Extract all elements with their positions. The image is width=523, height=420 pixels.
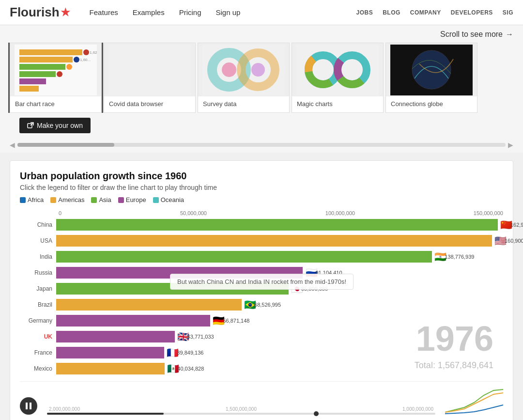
timeline-handle[interactable] bbox=[314, 411, 319, 416]
bar-value: 91,104,410 bbox=[315, 270, 342, 276]
timeline-track[interactable] bbox=[47, 413, 435, 415]
nav-sig[interactable]: SIG bbox=[503, 9, 513, 16]
carousel-wrapper: 1,62... 1,60... Bar chart race Covid dat… bbox=[0, 43, 523, 113]
bar-container: 🇺🇸160,900,683 bbox=[56, 235, 503, 247]
carousel-item-connections-globe[interactable]: Connections globe bbox=[385, 43, 477, 113]
legend-label: Oceania bbox=[161, 196, 184, 203]
timeline-label-1: 1,500,000,000 bbox=[226, 406, 257, 412]
legend-dot bbox=[20, 197, 26, 203]
bar-fill bbox=[56, 299, 242, 311]
site-header: Flourish★ Features Examples Pricing Sign… bbox=[0, 0, 523, 25]
scrollbar-track[interactable] bbox=[17, 143, 506, 147]
bar-fill bbox=[56, 331, 175, 342]
nav-blog[interactable]: BLOG bbox=[383, 9, 400, 16]
legend-dot bbox=[118, 197, 124, 203]
legend-item-americas[interactable]: Americas bbox=[50, 196, 84, 203]
scrollbar-thumb[interactable] bbox=[17, 143, 114, 147]
bar-container: 🇷🇺91,104,410 bbox=[56, 267, 503, 279]
chart-subtitle: Click the legend to filter or draw the l… bbox=[20, 184, 503, 191]
card-caption: Survey data bbox=[198, 96, 289, 112]
timeline-fill bbox=[47, 413, 164, 415]
nav-company[interactable]: COMPANY bbox=[410, 9, 441, 16]
bar-value: 68,526,995 bbox=[254, 302, 281, 308]
bar-value: 39,849,136 bbox=[177, 350, 203, 356]
bar-value: 138,776,939 bbox=[445, 254, 474, 260]
svg-rect-4 bbox=[19, 71, 56, 77]
svg-rect-13 bbox=[108, 45, 191, 95]
logo[interactable]: Flourish★ bbox=[10, 5, 70, 20]
bar-country-label: Japan bbox=[20, 285, 56, 292]
legend-item-africa[interactable]: Africa bbox=[20, 196, 44, 203]
svg-point-29 bbox=[412, 50, 451, 89]
bar-value: 40,034,828 bbox=[177, 366, 204, 372]
bottom-controls: 2,000,000,000 1,500,000,000 1,000,000,00… bbox=[20, 381, 503, 419]
timeline-area: 2,000,000,000 1,500,000,000 1,000,000,00… bbox=[47, 406, 435, 415]
bar-value: 162,989,550 bbox=[510, 222, 523, 228]
card-thumbnail bbox=[292, 43, 383, 96]
svg-point-8 bbox=[74, 57, 79, 62]
carousel-item-bar-chart-race[interactable]: 1,62... 1,60... Bar chart race bbox=[10, 43, 102, 113]
svg-rect-3 bbox=[19, 64, 65, 70]
axis-label-0: 0 bbox=[59, 210, 62, 216]
scroll-right-button[interactable]: ▶ bbox=[506, 141, 513, 149]
card-caption: Covid data browser bbox=[104, 96, 195, 112]
nav-features[interactable]: Features bbox=[90, 8, 118, 16]
external-link-icon bbox=[27, 122, 34, 129]
bar-fill bbox=[56, 251, 432, 263]
bar-row: Brazil🇧🇷68,526,995 bbox=[20, 298, 503, 311]
card-thumbnail bbox=[386, 43, 477, 96]
legend-item-oceania[interactable]: Oceania bbox=[153, 196, 184, 203]
timeline-axis: 2,000,000,000 1,500,000,000 1,000,000,00… bbox=[47, 406, 435, 412]
scroll-label-text: Scroll to see more bbox=[440, 30, 503, 39]
bar-country-label: Germany bbox=[20, 317, 56, 324]
magic-charts-thumb bbox=[296, 45, 379, 95]
legend-dot bbox=[91, 197, 97, 203]
legend-dot bbox=[153, 197, 159, 203]
logo-star: ★ bbox=[61, 6, 70, 19]
legend-item-asia[interactable]: Asia bbox=[91, 196, 111, 203]
legend-item-europe[interactable]: Europe bbox=[118, 196, 146, 203]
bar-value: 160,900,683 bbox=[505, 238, 523, 244]
covid-thumb bbox=[108, 45, 191, 95]
svg-point-23 bbox=[316, 63, 330, 77]
carousel-item-magic-charts[interactable]: Magic charts bbox=[292, 43, 384, 113]
carousel-item-covid[interactable]: Covid data browser bbox=[104, 43, 196, 113]
svg-text:1,60...: 1,60... bbox=[80, 58, 91, 62]
card-caption: Bar chart race bbox=[10, 96, 101, 112]
pause-icon bbox=[26, 403, 31, 409]
legend-label: Asia bbox=[99, 196, 111, 203]
legend-label: Europe bbox=[126, 196, 146, 203]
svg-point-18 bbox=[251, 63, 265, 77]
carousel-scroll[interactable]: 1,62... 1,60... Bar chart race Covid dat… bbox=[0, 43, 523, 113]
nav-signup[interactable]: Sign up bbox=[215, 8, 240, 16]
nav-developers[interactable]: DEVELOPERS bbox=[451, 9, 493, 16]
svg-rect-5 bbox=[19, 78, 46, 84]
bar-fill bbox=[56, 219, 498, 231]
axis-label-3: 150,000,000 bbox=[474, 210, 503, 216]
svg-point-9 bbox=[66, 64, 72, 70]
nav-examples[interactable]: Examples bbox=[133, 8, 165, 16]
svg-rect-1 bbox=[19, 49, 82, 55]
secondary-nav: JOBS BLOG COMPANY DEVELOPERS SIG bbox=[356, 9, 513, 16]
bar-country-label: India bbox=[20, 253, 56, 260]
pause-bar-left bbox=[26, 403, 28, 409]
card-thumbnail bbox=[198, 43, 289, 96]
bar-fill bbox=[56, 235, 492, 247]
nav-jobs[interactable]: JOBS bbox=[356, 9, 373, 16]
scroll-left-button[interactable]: ◀ bbox=[10, 141, 17, 149]
bar-row: India🇮🇳138,776,939 bbox=[20, 250, 503, 264]
carousel-item-survey[interactable]: Survey data bbox=[198, 43, 290, 113]
timeline-label-2: 1,000,000,000 bbox=[402, 406, 433, 412]
card-thumbnail: 1,62... 1,60... bbox=[10, 43, 101, 96]
scroll-header: Scroll to see more → bbox=[0, 30, 523, 43]
bar-country-label: Brazil bbox=[20, 301, 56, 308]
axis-label-2: 100,000,000 bbox=[325, 210, 355, 216]
bar-country-label: China bbox=[20, 221, 56, 228]
chart-area: China🇨🇳162,989,550USA🇺🇸160,900,683India🇮… bbox=[20, 218, 503, 375]
make-your-own-button[interactable]: Make your own bbox=[19, 118, 91, 133]
pause-button[interactable] bbox=[20, 397, 37, 415]
bar-country-label: Russia bbox=[20, 269, 56, 276]
svg-point-16 bbox=[222, 62, 236, 77]
nav-pricing[interactable]: Pricing bbox=[179, 8, 201, 16]
legend-label: Africa bbox=[28, 196, 44, 203]
